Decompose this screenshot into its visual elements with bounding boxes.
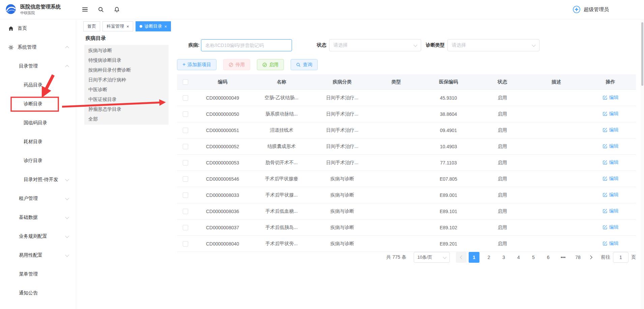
sidebar-item-label: 通知公告 [19,290,38,296]
catalog-list-item[interactable]: 按病种目录付费诊断 [84,65,169,75]
query-button[interactable]: 查询 [291,59,318,70]
cell-type [373,203,420,220]
prev-page-button[interactable] [456,252,467,263]
catalog-list-item[interactable]: 全部 [84,114,169,124]
cell-type [373,220,420,236]
row-checkbox[interactable] [183,192,188,198]
page-number-button[interactable]: 1 [469,252,479,263]
row-checkbox[interactable] [183,225,188,230]
row-checkbox[interactable] [183,241,188,247]
cell-name: 肠系膜动脉结... [251,106,312,122]
search-icon[interactable] [98,6,104,13]
disable-button[interactable]: 停用 [223,59,250,70]
sidebar-item-menu-management[interactable]: 菜单管理 [0,265,76,284]
more-pages-ellipsis[interactable]: ••• [558,252,568,263]
select-all-checkbox[interactable] [183,79,188,85]
hospital-logo-icon [5,3,17,16]
bell-icon[interactable] [114,6,120,13]
row-checkbox[interactable] [183,95,188,101]
disease-search-input[interactable] [201,39,292,51]
catalog-list-item[interactable]: 疾病与诊断 [84,46,169,55]
close-icon[interactable]: × [126,24,129,29]
cell-insurance-code: 09.4901 [420,122,477,138]
sidebar-item-catalog-management[interactable]: 目录管理 [0,57,76,76]
edit-button[interactable]: 编辑 [603,143,619,149]
page-size-select[interactable]: 10条/页 [414,252,450,263]
edit-button[interactable]: 编辑 [603,127,619,133]
cell-status: 启用 [477,90,528,106]
sidebar-item-consumable-catalog[interactable]: 耗材目录 [0,132,76,151]
cell-insurance-code: 45.9310 [420,90,477,106]
edit-button[interactable]: 编辑 [603,111,619,117]
edit-button[interactable]: 编辑 [603,208,619,214]
cell-code: CD0000000050 [194,106,251,122]
sidebar-item-drug-catalog[interactable]: 药品目录 [0,76,76,95]
tab-label: 首页 [87,23,96,29]
row-checkbox[interactable] [183,128,188,133]
goto-page-input[interactable] [613,252,628,263]
enable-button[interactable]: 启用 [257,59,284,70]
catalog-list-item[interactable]: 日间手术治疗病种 [84,75,169,85]
disease-catalog-panel: 疾病目录 疾病与诊断 特慢病诊断目录 按病种目录付费诊断 日间手术治疗病种 中医… [84,35,169,125]
sidebar-item-home[interactable]: 首页 [0,19,76,38]
goto-unit: 页 [631,254,636,260]
scrollbar-thumb[interactable] [641,22,643,86]
edit-button[interactable]: 编辑 [603,240,619,247]
sidebar-item-diagnosis-catalog[interactable]: 诊断目录 [0,95,76,113]
edit-button[interactable]: 编辑 [603,159,619,165]
edit-button[interactable]: 编辑 [603,224,619,230]
cell-status: 启用 [477,236,528,252]
edit-button[interactable]: 编辑 [603,176,619,182]
tab-department-management[interactable]: 科室管理 × [103,21,133,31]
page-number-button[interactable]: 2 [484,252,494,263]
catalog-list-item[interactable]: 中医诊断 [84,85,169,95]
row-checkbox[interactable] [183,144,188,149]
column-header: 状态 [477,74,528,90]
sidebar-item-catalog-mapping[interactable]: 目录对照-待开发 [0,170,76,189]
row-checkbox[interactable] [183,209,188,214]
sidebar-item-system-management[interactable]: 系统管理 [0,38,76,57]
status-filter-label: 状态 [317,42,326,48]
sidebar-item-label: 租户管理 [19,196,38,202]
cell-status: 启用 [477,138,528,155]
sidebar-item-notice[interactable]: 通知公告 [0,284,76,303]
edit-icon [603,160,608,165]
sidebar-item-treatment-catalog[interactable]: 诊疗目录 [0,151,76,170]
cell-category: 日间手术治疗... [312,90,373,106]
page-number-button[interactable]: 5 [528,252,539,263]
row-checkbox[interactable] [183,176,188,182]
catalog-list-item[interactable]: 特慢病诊断目录 [84,55,169,65]
edit-button[interactable]: 编辑 [603,192,619,198]
catalog-list-item[interactable]: 中医证候目录 [84,95,169,104]
tab-diagnosis-catalog[interactable]: 诊断目录 × [136,21,171,31]
diagnosis-type-select[interactable]: 请选择 [447,39,539,51]
page-number-button[interactable]: 4 [513,252,524,263]
cell-code: CD0000000051 [194,122,251,138]
sidebar-item-national-code-catalog[interactable]: 国临码目录 [0,113,76,132]
sidebar-item-business-rules[interactable]: 业务规则配置 [0,227,76,246]
tab-home[interactable]: 首页 [83,21,100,31]
hamburger-icon[interactable] [82,7,88,12]
home-icon [8,26,14,31]
edit-button[interactable]: 编辑 [603,95,619,101]
next-page-button[interactable] [585,252,596,263]
last-page-button[interactable]: 78 [573,252,583,263]
user-menu[interactable]: 超级管理员 [573,5,644,14]
cell-insurance-code: 10.4903 [420,138,477,155]
sidebar-item-usability-config[interactable]: 易用性配置 [0,246,76,265]
tab-label: 科室管理 [107,23,124,29]
close-icon[interactable]: × [165,24,167,29]
row-checkbox[interactable] [183,160,188,165]
cell-description [528,138,585,155]
row-checkbox[interactable] [183,111,188,117]
add-item-button[interactable]: + 添加新项目 [177,59,216,70]
catalog-list-item[interactable]: 肿瘤形态学目录 [84,104,169,114]
sidebar-item-basic-data[interactable]: 基础数据 [0,208,76,227]
page-number-button[interactable]: 3 [498,252,509,263]
page-number-button[interactable]: 6 [543,252,554,263]
page: 医院信息管理系统 中联医院 超级管理员 首页 系统管理 [0,0,644,309]
status-select[interactable]: 请选择 [329,39,421,51]
plus-icon: + [182,62,185,67]
sidebar-item-tenant-management[interactable]: 租户管理 [0,189,76,208]
chevron-left-icon [460,255,464,259]
